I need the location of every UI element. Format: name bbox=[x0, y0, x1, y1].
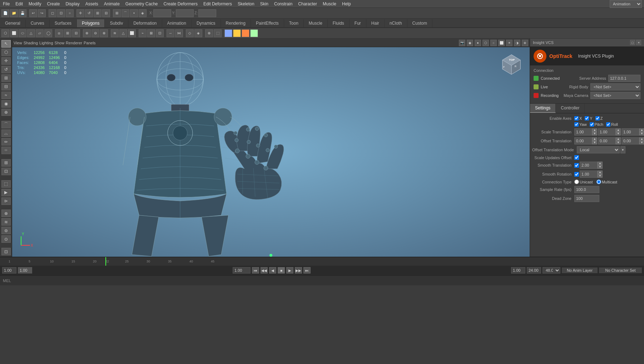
hair-btn[interactable]: ⊙ bbox=[1, 235, 11, 243]
menu-edit-deformers[interactable]: Edit Deformers bbox=[200, 1, 235, 7]
smooth-trans-down[interactable]: ▼ bbox=[598, 165, 603, 169]
tab-dynamics[interactable]: Dynamics bbox=[192, 19, 221, 27]
tab-curves[interactable]: Curves bbox=[26, 19, 50, 27]
menu-animate[interactable]: Animate bbox=[101, 1, 123, 7]
tab-general[interactable]: General bbox=[0, 19, 26, 27]
step-back-btn[interactable]: ◀◀ bbox=[261, 267, 268, 274]
paint-effects-btn[interactable]: ⊗ bbox=[1, 210, 11, 217]
vp-highlight-btn[interactable]: ● bbox=[475, 40, 481, 46]
server-address-input[interactable] bbox=[608, 75, 640, 82]
tab-animation[interactable]: Animation bbox=[162, 19, 192, 27]
playback-frame-input[interactable] bbox=[233, 267, 251, 274]
color3-btn[interactable] bbox=[242, 29, 249, 37]
rotate-btn[interactable]: ↺ bbox=[85, 9, 93, 17]
tab-controller[interactable]: Controller bbox=[556, 104, 585, 113]
smooth-rotation-checkbox[interactable] bbox=[574, 172, 579, 177]
vp-smooth-btn[interactable]: ○ bbox=[490, 40, 497, 46]
vp-lighting-btn[interactable]: ☀ bbox=[506, 40, 512, 46]
fluid-btn[interactable]: ⊜ bbox=[1, 227, 11, 234]
play-fwd-btn[interactable]: ▶ bbox=[286, 267, 293, 274]
smooth-rot-up[interactable]: ▲ bbox=[598, 171, 603, 174]
menu-edit[interactable]: Edit bbox=[13, 1, 26, 7]
menu-display[interactable]: Display bbox=[63, 1, 82, 7]
play-back-btn[interactable]: ◀ bbox=[269, 267, 276, 274]
param-curve-btn[interactable]: ⊡ bbox=[1, 168, 11, 175]
mel-input[interactable] bbox=[13, 279, 641, 283]
menu-skin[interactable]: Skin bbox=[257, 1, 271, 7]
tab-settings[interactable]: Settings bbox=[530, 104, 556, 113]
tab-ncloth[interactable]: nCloth bbox=[385, 19, 407, 27]
merge-btn[interactable]: ↔ bbox=[167, 29, 174, 37]
color4-btn[interactable] bbox=[250, 29, 258, 37]
mode-select[interactable]: Animation bbox=[610, 0, 642, 8]
menu-file[interactable]: File bbox=[0, 1, 13, 7]
range-end-input[interactable] bbox=[527, 267, 541, 274]
offset-trans-x[interactable] bbox=[574, 137, 592, 144]
uv-map-btn[interactable]: ⊕ bbox=[205, 29, 213, 37]
offset-trans-z-down[interactable]: ▼ bbox=[639, 141, 644, 144]
undo-btn[interactable]: ↩ bbox=[29, 9, 37, 17]
axis-z-checkbox[interactable] bbox=[595, 116, 600, 120]
step-fwd-btn[interactable]: ▶▶ bbox=[295, 267, 302, 274]
sample-rate-input[interactable] bbox=[574, 186, 599, 193]
scale-trans-x[interactable] bbox=[574, 128, 592, 136]
z-field[interactable] bbox=[198, 9, 216, 17]
tab-fluids[interactable]: Fluids bbox=[328, 19, 350, 27]
menu-assets[interactable]: Assets bbox=[83, 1, 101, 7]
tab-rendering[interactable]: Rendering bbox=[221, 19, 251, 27]
scale-tool-btn[interactable]: ⊞ bbox=[1, 74, 11, 82]
tab-hair[interactable]: Hair bbox=[366, 19, 385, 27]
menu-create-deformers[interactable]: Create Deformers bbox=[161, 1, 200, 7]
tab-deformation[interactable]: Deformation bbox=[128, 19, 162, 27]
stop-btn[interactable]: ■ bbox=[278, 267, 285, 274]
panel-float-btn[interactable]: ▢ bbox=[630, 40, 635, 45]
multicast-radio[interactable] bbox=[596, 179, 601, 184]
arc-btn[interactable]: ⌔ bbox=[1, 147, 11, 154]
offset-trans-y-down[interactable]: ▼ bbox=[616, 141, 621, 144]
select-tool-btn[interactable]: ↖ bbox=[1, 40, 11, 48]
tab-fur[interactable]: Fur bbox=[350, 19, 366, 27]
unicast-radio[interactable] bbox=[574, 179, 579, 184]
skip-start-btn[interactable]: ⏮ bbox=[252, 267, 259, 274]
axis-yaw-checkbox[interactable] bbox=[574, 122, 579, 127]
rotate-tool-btn[interactable]: ↺ bbox=[1, 66, 11, 73]
open-scene-btn[interactable]: 📁 bbox=[10, 9, 18, 17]
show-manip-btn[interactable]: ⊕ bbox=[1, 109, 11, 116]
boolean-btn[interactable]: ⊗ bbox=[100, 29, 108, 37]
curve-tool-btn[interactable]: ⌒ bbox=[1, 121, 11, 128]
universal-manip-btn[interactable]: ⊟ bbox=[1, 83, 11, 90]
snap-curve-btn[interactable]: ⌒ bbox=[122, 9, 129, 17]
scale-btn[interactable]: ⊞ bbox=[94, 9, 101, 17]
tab-surfaces[interactable]: Surfaces bbox=[50, 19, 77, 27]
scale-trans-x-up[interactable]: ▲ bbox=[592, 128, 597, 132]
timeline-ruler[interactable]: 1 5 10 15 20 22 25 30 35 40 45 bbox=[0, 257, 644, 266]
poly-torus-btn[interactable]: ◯ bbox=[44, 29, 52, 37]
menu-skeleton[interactable]: Skeleton bbox=[235, 1, 257, 7]
save-scene-btn[interactable]: 💾 bbox=[19, 9, 26, 17]
cloth-btn[interactable]: ≋ bbox=[1, 218, 11, 226]
offset-trans-y-up[interactable]: ▲ bbox=[616, 137, 621, 141]
transform-btn[interactable]: ⊟ bbox=[102, 9, 110, 17]
color2-btn[interactable] bbox=[233, 29, 241, 37]
tab-muscle[interactable]: Muscle bbox=[304, 19, 328, 27]
snap-point-btn[interactable]: • bbox=[130, 9, 138, 17]
poly-plane-btn[interactable]: ▱ bbox=[36, 29, 44, 37]
bridge-btn[interactable]: ⊞ bbox=[64, 29, 71, 37]
poly-cube-btn[interactable]: ⬜ bbox=[10, 29, 18, 37]
offset-mode-select[interactable]: Local World bbox=[577, 146, 620, 153]
smooth-trans-up[interactable]: ▲ bbox=[598, 162, 603, 165]
dead-zone-input[interactable] bbox=[574, 195, 599, 202]
axis-y-checkbox[interactable] bbox=[585, 116, 589, 120]
menu-modify[interactable]: Modify bbox=[26, 1, 44, 7]
viewport-panels-menu[interactable]: Panels bbox=[84, 41, 96, 45]
new-scene-btn[interactable]: 📄 bbox=[1, 9, 9, 17]
color1-btn[interactable] bbox=[224, 29, 232, 37]
menu-constrain[interactable]: Constrain bbox=[271, 1, 295, 7]
paint-select-btn[interactable]: ⬡ bbox=[1, 49, 11, 56]
scale-updates-checkbox[interactable] bbox=[574, 155, 579, 160]
split-poly-btn[interactable]: ⌁ bbox=[139, 29, 147, 37]
menu-create[interactable]: Create bbox=[44, 1, 63, 7]
playback-start-input[interactable] bbox=[2, 267, 16, 274]
smooth-translation-value[interactable] bbox=[580, 162, 598, 169]
combine-btn[interactable]: ⊕ bbox=[83, 29, 91, 37]
